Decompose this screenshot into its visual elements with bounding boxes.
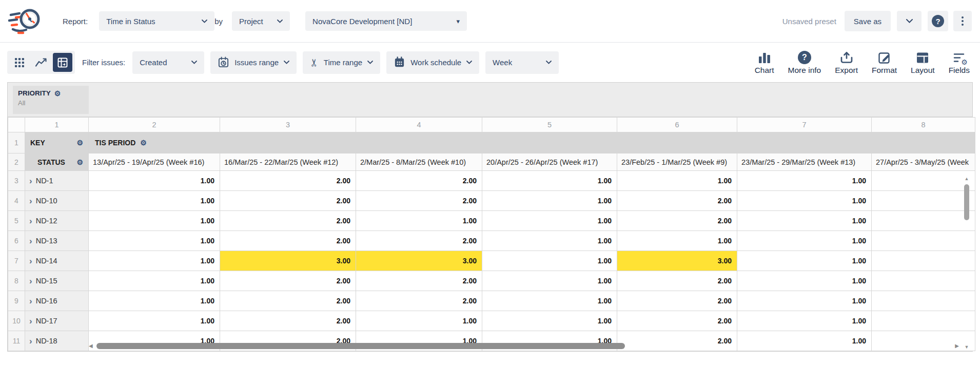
save-as-more-button[interactable]: [897, 11, 922, 31]
period-select[interactable]: Week: [485, 51, 559, 74]
fields-tool-button[interactable]: ⚙ Fields: [949, 50, 970, 75]
value-cell: 1.00: [737, 251, 872, 271]
view-chart-button[interactable]: [31, 53, 51, 72]
issue-key[interactable]: ND-13: [36, 237, 57, 245]
expand-chevron-icon[interactable]: ›: [29, 217, 32, 225]
vertical-scrollbar[interactable]: ▲ ▼: [963, 176, 970, 350]
top-bar: Report: Time in Status by Project NovaCo…: [0, 0, 980, 43]
issue-key[interactable]: ND-1: [36, 177, 53, 185]
value-cell: 2.00: [220, 171, 356, 191]
value-cell: [872, 311, 975, 331]
layout-tool-button[interactable]: Layout: [911, 50, 935, 75]
scroll-down-icon[interactable]: ▼: [963, 344, 970, 350]
issue-key-cell[interactable]: ›ND-1: [25, 171, 89, 191]
scroll-right-icon[interactable]: ▶: [955, 343, 959, 349]
week-header-cell: 23/Feb/25 - 1/Mar/25 (Week #9): [617, 153, 737, 171]
export-download-icon: [840, 51, 853, 64]
issue-key-cell[interactable]: ›ND-15: [25, 271, 89, 291]
time-range-button[interactable]: ✂ Time range: [303, 51, 380, 74]
issues-range-button[interactable]: Issues range: [210, 51, 297, 74]
format-tool-button[interactable]: Format: [872, 50, 897, 75]
issue-key-cell[interactable]: ›ND-16: [25, 291, 89, 311]
tis-period-label: TIS PERIOD: [95, 139, 135, 147]
chart-tool-button[interactable]: Chart: [755, 50, 774, 75]
issue-key-cell[interactable]: ›ND-18: [25, 331, 89, 351]
issue-key[interactable]: ND-10: [36, 197, 57, 205]
value-cell: 1.00: [617, 231, 737, 251]
view-grid-button[interactable]: [10, 53, 29, 72]
filter-band: PRIORITY ⚙ All: [8, 83, 972, 117]
value-cell: 1.00: [89, 191, 220, 211]
format-edit-icon: [878, 51, 891, 64]
vertical-scrollbar-thumb[interactable]: [964, 184, 969, 220]
more-info-tool-button[interactable]: ? More info: [788, 50, 821, 75]
expand-chevron-icon[interactable]: ›: [29, 337, 32, 345]
horizontal-scrollbar-thumb[interactable]: [96, 343, 625, 349]
issue-key[interactable]: ND-12: [36, 217, 57, 225]
expand-chevron-icon[interactable]: ›: [29, 237, 32, 245]
more-menu-button[interactable]: [953, 11, 972, 31]
issue-row: 8 ›ND-15 1.00 2.00 2.00 1.00 2.00 1.00: [8, 271, 975, 291]
view-pivot-button[interactable]: [53, 53, 72, 72]
issue-row: 4 ›ND-10 1.00 2.00 2.00 1.00 2.00 1.00: [8, 191, 975, 211]
expand-chevron-icon[interactable]: ›: [29, 177, 32, 185]
chevron-down-icon: [906, 19, 913, 23]
expand-chevron-icon[interactable]: ›: [29, 197, 32, 205]
issue-key-cell[interactable]: ›ND-17: [25, 311, 89, 331]
row-number-cell: 10: [8, 311, 25, 331]
value-cell: 1.00: [482, 251, 617, 271]
filter-field-select[interactable]: Created: [132, 51, 204, 74]
issue-key[interactable]: ND-18: [36, 337, 57, 345]
report-type-select[interactable]: Time in Status: [99, 11, 214, 31]
horizontal-scrollbar[interactable]: ◀ ▶: [89, 342, 959, 350]
scroll-left-icon[interactable]: ◀: [89, 343, 93, 349]
value-cell: 1.00: [617, 171, 737, 191]
export-tool-button[interactable]: Export: [835, 50, 858, 75]
value-cell: 1.00: [482, 271, 617, 291]
issue-key-cell[interactable]: ›ND-13: [25, 231, 89, 251]
value-cell: 1.00: [482, 211, 617, 231]
value-cell: 1.00: [737, 211, 872, 231]
issue-key[interactable]: ND-15: [36, 277, 57, 285]
project-select[interactable]: NovaCore Development [ND] ▾: [305, 11, 467, 31]
report-tools: Chart ? More info Export Format: [755, 50, 973, 75]
export-tool-label: Export: [835, 66, 858, 75]
group-by-value: Project: [239, 17, 263, 26]
key-gear-icon[interactable]: ⚙: [76, 139, 83, 146]
chevron-down-icon: [367, 61, 373, 64]
value-cell-highlighted: 3.00: [356, 251, 482, 271]
time-range-label: Time range: [324, 58, 362, 67]
issue-key[interactable]: ND-14: [36, 257, 57, 265]
expand-chevron-icon[interactable]: ›: [29, 277, 32, 285]
help-question-icon: ?: [932, 15, 944, 27]
issue-key-cell[interactable]: ›ND-12: [25, 211, 89, 231]
value-cell: 1.00: [482, 311, 617, 331]
row-number-cell: 2: [8, 153, 25, 171]
group-by-select[interactable]: Project: [232, 11, 290, 31]
value-cell: 2.00: [617, 311, 737, 331]
filter-field-value: Created: [140, 58, 167, 67]
save-as-button[interactable]: Save as: [845, 11, 891, 31]
line-chart-icon: [35, 57, 48, 67]
status-gear-icon[interactable]: ⚙: [76, 159, 83, 166]
expand-chevron-icon[interactable]: ›: [29, 297, 32, 305]
scroll-up-icon[interactable]: ▲: [963, 176, 970, 181]
expand-chevron-icon[interactable]: ›: [29, 317, 32, 325]
value-cell: 1.00: [89, 171, 220, 191]
expand-chevron-icon[interactable]: ›: [29, 257, 32, 265]
help-button[interactable]: ?: [928, 11, 948, 31]
tis-period-gear-icon[interactable]: ⚙: [140, 139, 147, 146]
issue-key-cell[interactable]: ›ND-10: [25, 191, 89, 211]
issue-key-cell[interactable]: ›ND-14: [25, 251, 89, 271]
work-schedule-button[interactable]: Work schedule: [386, 51, 479, 74]
value-cell: [872, 211, 975, 231]
priority-gear-icon[interactable]: ⚙: [54, 90, 61, 97]
calendar-clock-icon: [218, 56, 229, 68]
row-number-cell: 5: [8, 211, 25, 231]
issue-key[interactable]: ND-16: [36, 297, 57, 305]
row-number-cell: 6: [8, 231, 25, 251]
chevron-down-icon: [202, 20, 207, 23]
priority-filter[interactable]: PRIORITY ⚙ All: [13, 86, 89, 114]
issue-key[interactable]: ND-17: [36, 317, 57, 325]
grid-view-icon: [15, 58, 24, 67]
